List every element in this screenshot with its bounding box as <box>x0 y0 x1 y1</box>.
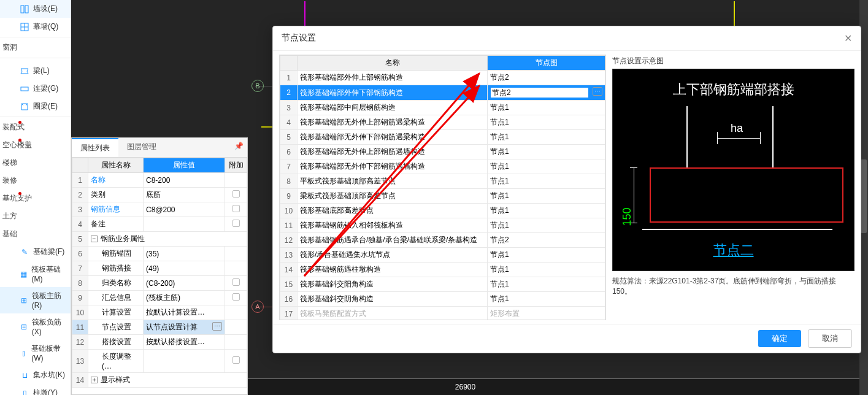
node-row[interactable]: 1筏形基础端部外伸上部钢筋构造节点2 <box>280 71 605 85</box>
axis-marker-b: B <box>252 80 264 92</box>
cell-editing[interactable]: ⋯ <box>488 85 605 101</box>
property-panel: 属性列表 图层管理 📌 属性名称 属性值 附加 1名称C8-2002类别底筋3钢… <box>71 137 248 395</box>
node-pic-input[interactable] <box>490 87 589 98</box>
node-row[interactable]: 15筏形基础斜交阳角构造节点1 <box>280 277 605 292</box>
property-row[interactable]: 13长度调整(… <box>72 350 247 373</box>
label: 墙垛(E) <box>33 4 58 14</box>
sidebar-item-wallpier[interactable]: 墙垛(E) <box>0 0 71 18</box>
property-row[interactable]: 10计算设置按默认计算设置… <box>72 305 247 320</box>
node-row[interactable]: 17筏板马凳筋配置方式矩形布置 <box>280 307 605 321</box>
property-row[interactable]: 2类别底筋 <box>72 188 247 202</box>
foundation-icon: ▦ <box>20 269 28 279</box>
node-row[interactable]: 4筏形基础端部无外伸上部钢筋遇梁构造节点1 <box>280 115 605 130</box>
property-row[interactable]: 4备注 <box>72 217 247 232</box>
sidebar-item-foundation[interactable]: ▦筏板基础(M) <box>0 261 71 287</box>
sidebar-item-ringbeam[interactable]: 圈梁(E) <box>0 98 71 115</box>
sidebar-item-foundation[interactable]: ▯柱墩(Y) <box>0 384 71 395</box>
grid-icon <box>20 22 29 32</box>
ok-button[interactable]: 确定 <box>758 330 801 347</box>
beam-icon <box>20 66 29 76</box>
linkbeam-icon <box>20 84 29 94</box>
node-settings-dialog: 节点设置 ✕ 名称 节点图 1筏形基础端部外伸上部钢筋构造节点22筏形基础端部外… <box>272 26 861 353</box>
node-row[interactable]: 8平板式筏形基础顶部高差节点节点1 <box>280 174 605 189</box>
property-row[interactable]: 11节点设置认节点设置计算 ⋯ <box>72 320 247 335</box>
property-row[interactable]: 8归类名称(C8-200) <box>72 276 247 291</box>
property-row[interactable]: 9汇总信息(筏板主筋) <box>72 291 247 305</box>
sidebar-item-linkbeam[interactable]: 连梁(G) <box>0 80 71 98</box>
checkbox[interactable] <box>232 356 240 364</box>
axis-marker-a: A <box>252 301 264 313</box>
preview-pane: 节点设置示意图 上下部钢筋端部搭接 ha 150 节点二 规范算法：来源22G1… <box>612 55 855 320</box>
dialog-title: 节点设置 <box>282 33 316 44</box>
preview-image: 上下部钢筋端部搭接 ha 150 节点二 <box>612 69 855 271</box>
foundation-icon: ⊞ <box>20 296 28 305</box>
property-row[interactable]: 14+ 显示样式 <box>72 373 247 388</box>
property-table: 属性名称 属性值 附加 1名称C8-2002类别底筋3钢筋信息C8@2004备注… <box>72 158 247 388</box>
block-icon <box>20 4 29 14</box>
sidebar-group-opening[interactable]: 窗洞 <box>0 39 71 56</box>
ellipsis-button[interactable]: ⋯ <box>593 87 602 96</box>
foundation-icon: ⫿ <box>20 348 28 358</box>
tab-layers[interactable]: 图层管理 <box>118 138 165 157</box>
foundation-icon: ⊔ <box>20 370 29 380</box>
svg-rect-1 <box>25 6 28 13</box>
checkbox[interactable] <box>232 190 240 198</box>
node-row[interactable]: 12筏形基础钢筋遇承台/独基/承台梁/基础联系梁/条基构造节点2 <box>280 233 605 248</box>
label: 幕墙(Q) <box>33 21 58 32</box>
tree-toggle-icon[interactable]: + <box>91 377 98 383</box>
foundation-icon: ⊟ <box>20 322 28 332</box>
checkbox[interactable] <box>232 205 240 212</box>
node-grid: 名称 节点图 1筏形基础端部外伸上部钢筋构造节点22筏形基础端部外伸下部钢筋构造… <box>279 55 606 320</box>
node-row[interactable]: 7筏形基础端部无外伸下部钢筋遇墙构造节点1 <box>280 159 605 174</box>
node-row[interactable]: 2筏形基础端部外伸下部钢筋构造⋯ <box>280 85 605 101</box>
checkbox[interactable] <box>232 293 240 301</box>
sidebar-group[interactable]: 土方 <box>0 207 71 225</box>
node-row[interactable]: 13筏形/承台基础遇集水坑节点节点1 <box>280 248 605 263</box>
svg-rect-5 <box>21 87 28 91</box>
property-row[interactable]: 1名称C8-200 <box>72 173 247 188</box>
node-row[interactable]: 11筏形基础钢筋锚入相邻筏板构造节点1 <box>280 218 605 233</box>
node-row[interactable]: 16筏形基础斜交阴角构造节点1 <box>280 292 605 307</box>
sidebar-group[interactable]: 楼梯 <box>0 154 71 172</box>
sidebar-item-foundation[interactable]: ⊟筏板负筋(X) <box>0 313 71 340</box>
property-row[interactable]: 5− 钢筋业务属性 <box>72 232 247 247</box>
tab-properties[interactable]: 属性列表 <box>72 138 118 157</box>
ringbeam-icon <box>20 102 29 112</box>
property-row[interactable]: 12搭接设置按默认搭接设置… <box>72 335 247 350</box>
sidebar-group[interactable]: 装修 <box>0 172 71 190</box>
node-row[interactable]: 10筏形基础底部高差节点节点1 <box>280 204 605 218</box>
sidebar-group[interactable]: 空心楼盖 <box>0 136 71 154</box>
checkbox[interactable] <box>232 220 240 227</box>
node-row[interactable]: 5筏形基础端部无外伸下部钢筋遇梁构造节点1 <box>280 130 605 145</box>
sidebar-item-foundation[interactable]: ⊞筏板主筋(R) <box>0 287 71 313</box>
foundation-icon: ✎ <box>20 247 29 257</box>
checkbox[interactable] <box>232 278 240 286</box>
property-row[interactable]: 7钢筋搭接(49) <box>72 261 247 276</box>
pin-icon[interactable]: 📌 <box>234 142 244 150</box>
sidebar-item-beam[interactable]: 梁(L) <box>0 62 71 80</box>
sidebar-item-foundation[interactable]: ⫿基础板带(W) <box>0 340 71 366</box>
node-row[interactable]: 6筏形基础端部无外伸上部钢筋遇墙构造节点1 <box>280 145 605 159</box>
sidebar-group[interactable]: 装配式 <box>0 118 71 136</box>
node-row[interactable]: 3筏形基础端部中间层钢筋构造节点1 <box>280 101 605 115</box>
sidebar-item-curtain[interactable]: 幕墙(Q) <box>0 18 71 36</box>
sidebar-group[interactable]: 基坑支护 <box>0 190 71 207</box>
left-sidebar: 墙垛(E) 幕墙(Q) 窗洞 梁(L) 连梁(G) 圈梁(E) 装配式空心楼盖楼… <box>0 0 71 395</box>
property-row[interactable]: 3钢筋信息C8@200 <box>72 202 247 217</box>
sidebar-item-foundation[interactable]: ⊔集水坑(K) <box>0 366 71 384</box>
cancel-button[interactable]: 取消 <box>808 329 852 348</box>
ellipsis-button[interactable]: ⋯ <box>212 322 222 331</box>
tree-toggle-icon[interactable]: − <box>91 236 98 242</box>
svg-rect-0 <box>21 6 24 13</box>
sidebar-group[interactable]: 基础 <box>0 225 71 243</box>
close-icon[interactable]: ✕ <box>844 33 852 44</box>
node-row[interactable]: 9梁板式筏形基础顶部高差节点节点1 <box>280 189 605 204</box>
foundation-icon: ▯ <box>20 388 29 396</box>
sidebar-item-foundation[interactable]: ✎基础梁(F) <box>0 243 71 261</box>
preview-description: 规范算法：来源22G101-3第2-37页。底筋伸到端部弯折，与面筋搭接150。 <box>612 271 855 302</box>
property-row[interactable]: 6钢筋锚固(35) <box>72 247 247 261</box>
node-row[interactable]: 14筏形基础钢筋遇柱墩构造节点1 <box>280 263 605 277</box>
